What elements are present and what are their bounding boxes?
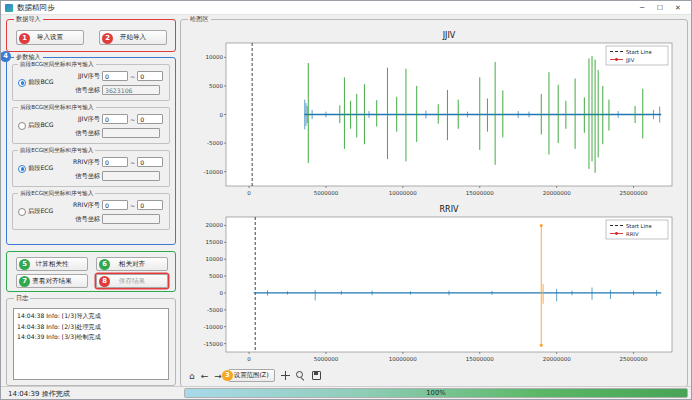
- jjiv-chart: 0500000010000000150000002000000025000000…: [188, 28, 680, 200]
- close-button[interactable]: ✕: [669, 1, 687, 14]
- param-rows: RRIV序号 ~ 信号坐标: [69, 155, 163, 183]
- radio-label: 前段BCG: [28, 78, 54, 87]
- maximize-button[interactable]: ☐: [651, 1, 669, 14]
- save-result-button[interactable]: 8 保存结果: [96, 274, 168, 288]
- log-line: 14:04:38 Info: [1/3]导入完成: [17, 311, 165, 322]
- tilde: ~: [130, 202, 135, 209]
- coord-input[interactable]: [102, 214, 160, 224]
- param-rows: JJIV序号 ~ 信号坐标: [69, 69, 163, 97]
- import-settings-button[interactable]: 1 导入设置: [16, 30, 84, 45]
- import-group-label: 数据导入: [14, 15, 43, 24]
- svg-text:25000000: 25000000: [620, 190, 648, 196]
- radio-bcg-front[interactable]: 前段BCG: [18, 78, 54, 87]
- param-section-bcg-front: 前段BCG区间坐标和序号输入 前段BCG JJIV序号 ~ 信号坐标: [12, 64, 170, 101]
- param-section-ecg-front: 前段ECG区间坐标和序号输入 前段ECG RRIV序号 ~ 信号坐标: [12, 150, 170, 187]
- svg-text:0: 0: [247, 356, 251, 362]
- param-section-ecg-rear: 后段ECG区间坐标和序号输入 后段ECG RRIV序号 ~ 信号坐标: [12, 193, 170, 230]
- forward-icon[interactable]: →: [214, 370, 222, 382]
- set-range-button[interactable]: 3 设置范围(Z): [228, 369, 275, 382]
- seq-label: JJIV序号: [69, 72, 100, 81]
- log-line: 14:04:39 Info: [3/3]绘制完成: [17, 332, 165, 343]
- start-import-button[interactable]: 2 开始导入: [99, 30, 167, 45]
- progress-bar: 100%: [184, 388, 688, 398]
- svg-text:10000: 10000: [206, 54, 224, 60]
- home-icon[interactable]: ⌂: [189, 370, 195, 382]
- seq-start-input[interactable]: [102, 157, 128, 167]
- radio-bcg-rear[interactable]: 后段BCG: [18, 121, 54, 130]
- calc-correlation-button[interactable]: 5 计算相关性: [16, 257, 88, 271]
- svg-text:10000: 10000: [206, 256, 224, 262]
- coord-input[interactable]: [102, 171, 160, 181]
- step-badge-8: 8: [99, 276, 110, 287]
- save-figure-icon[interactable]: [312, 371, 321, 380]
- param-rows: JJIV序号 ~ 信号坐标: [69, 112, 163, 140]
- coord-input[interactable]: [102, 128, 160, 138]
- svg-text:5000000: 5000000: [314, 190, 339, 196]
- svg-text:JJIV: JJIV: [625, 57, 635, 64]
- svg-text:20000: 20000: [206, 222, 224, 228]
- window-controls: ─ ☐ ✕: [633, 1, 687, 14]
- coord-input[interactable]: [102, 85, 160, 95]
- back-icon[interactable]: ←: [201, 370, 209, 382]
- coord-label: 信号坐标: [69, 215, 100, 224]
- coord-label: 信号坐标: [69, 172, 100, 181]
- tilde: ~: [130, 73, 135, 80]
- app-icon: [5, 4, 13, 12]
- svg-text:0: 0: [220, 290, 224, 296]
- step-badge-5: 5: [19, 259, 30, 270]
- step-badge-3: 3: [222, 370, 233, 381]
- log-list[interactable]: 14:04:38 Info: [1/3]导入完成 14:04:38 Info: …: [13, 308, 169, 380]
- save-result-label: 保存结果: [119, 277, 145, 286]
- seq-end-input[interactable]: [137, 157, 163, 167]
- svg-text:10000000: 10000000: [389, 190, 417, 196]
- svg-text:10000000: 10000000: [389, 356, 417, 362]
- step-badge-2: 2: [102, 33, 113, 44]
- svg-text:15000000: 15000000: [466, 356, 494, 362]
- radio-ecg-front[interactable]: 前段ECG: [18, 164, 53, 173]
- tilde: ~: [130, 116, 135, 123]
- import-group: 数据导入 1 导入设置 2 开始导入: [6, 19, 176, 52]
- log-line: 14:04:38 Info: [2/3]处理完成: [17, 322, 165, 333]
- svg-text:0: 0: [247, 190, 251, 196]
- coord-label: 信号坐标: [69, 86, 100, 95]
- seq-end-input[interactable]: [137, 71, 163, 81]
- set-range-label: 设置范围(Z): [234, 371, 269, 379]
- correlation-align-label: 相关对齐: [119, 260, 145, 269]
- seq-start-input[interactable]: [102, 200, 128, 210]
- log-group-label: 日志: [14, 294, 30, 303]
- plot-area-group: 绘图区 050000001000000015000000200000002500…: [180, 19, 688, 387]
- step-badge-4: 4: [0, 51, 11, 62]
- start-import-label: 开始导入: [120, 33, 146, 42]
- seq-start-input[interactable]: [102, 71, 128, 81]
- correlation-align-button[interactable]: 6 相关对齐: [96, 257, 168, 271]
- view-align-result-button[interactable]: 7 查看对齐结果: [16, 274, 88, 288]
- param-rows: RRIV序号 ~ 信号坐标: [69, 198, 163, 226]
- seq-end-input[interactable]: [137, 114, 163, 124]
- svg-text:15000: 15000: [206, 239, 224, 245]
- radio-indicator[interactable]: [18, 165, 26, 173]
- svg-text:5000000: 5000000: [314, 356, 339, 362]
- seq-label: RRIV序号: [69, 201, 100, 210]
- radio-indicator[interactable]: [18, 79, 26, 87]
- rriv-chart: 0500000010000000150000002000000025000000…: [188, 202, 680, 366]
- zoom-icon[interactable]: [296, 371, 306, 381]
- seq-start-input[interactable]: [102, 114, 128, 124]
- progress-value: 100%: [426, 389, 445, 397]
- pan-icon[interactable]: [281, 371, 290, 380]
- svg-text:5000: 5000: [209, 83, 223, 89]
- window-title: 数据精同步: [17, 3, 55, 13]
- step-badge-6: 6: [99, 259, 110, 270]
- step-badge-7: 7: [19, 276, 30, 287]
- seq-end-input[interactable]: [137, 200, 163, 210]
- calc-correlation-label: 计算相关性: [36, 260, 69, 269]
- status-message: 14:04:39 操作完成: [8, 389, 70, 399]
- radio-indicator[interactable]: [18, 208, 26, 216]
- radio-ecg-rear[interactable]: 后段ECG: [18, 207, 53, 216]
- radio-indicator[interactable]: [18, 122, 26, 130]
- radio-label: 前段ECG: [28, 164, 53, 173]
- svg-text:-5000: -5000: [207, 140, 223, 146]
- minimize-button[interactable]: ─: [633, 1, 651, 14]
- svg-text:JJIV: JJIV: [442, 31, 456, 40]
- section-title: 前段ECG区间坐标和序号输入: [18, 147, 95, 155]
- svg-text:15000000: 15000000: [466, 190, 494, 196]
